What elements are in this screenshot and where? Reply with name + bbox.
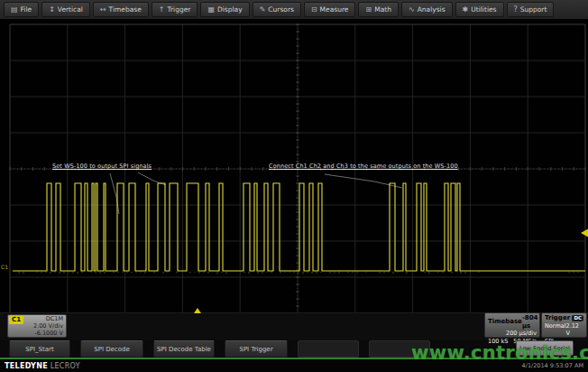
menu-item-label: Display: [217, 5, 243, 14]
trigger-mode: Normal: [545, 322, 566, 338]
empty-button-slot-1: [298, 340, 359, 358]
c1-ground-marker[interactable]: C1: [1, 264, 8, 270]
trigger-position-marker[interactable]: [194, 308, 201, 313]
menu-item-measure[interactable]: ⊟ Measure: [304, 2, 356, 17]
menu-item-display[interactable]: ▦ Display: [200, 2, 249, 17]
menu-item-label: Trigger: [168, 5, 191, 14]
empty-button-slot-2: [369, 340, 430, 358]
channel-coupling: DC1M: [33, 315, 63, 322]
c1-trace: [13, 183, 585, 271]
menu-item-trigger[interactable]: ↑ Trigger: [152, 2, 198, 17]
brand-logo: TELEDYNE LECROY: [5, 362, 80, 370]
menu-item-label: Utilities: [471, 5, 496, 14]
menu-item-label: Timebase: [109, 5, 142, 14]
timebase-tdiv: 200 µs/div: [488, 330, 537, 338]
calipers-icon: ⊟: [311, 6, 317, 14]
timebase-title: Timebase: [488, 318, 522, 326]
menu-item-label: File: [21, 5, 32, 14]
trigger-title: Trigger: [545, 314, 570, 322]
menu-item-utilities[interactable]: ✱ Utilities: [455, 2, 504, 17]
spi-trigger-button[interactable]: SPI Trigger: [225, 340, 288, 358]
menu-item-math[interactable]: ⊞ Math: [358, 2, 398, 17]
waveform-display[interactable]: Set WS-100 to output SPI signals Connect…: [0, 20, 588, 312]
trigger-descriptor[interactable]: Trigger DC Normal 2.12 V SPI: [541, 312, 587, 338]
spi-start-button[interactable]: SPI_Start: [9, 340, 70, 358]
status-bar: TELEDYNE LECROY 4/1/2014 9:53:07 AM: [0, 359, 588, 372]
help-icon: ?: [514, 6, 518, 14]
menu-item-label: Measure: [320, 5, 349, 14]
annotation-note-1: Set WS-100 to output SPI signals: [52, 163, 152, 170]
menu-item-label: Analysis: [418, 5, 446, 14]
menu-item-label: Cursors: [268, 5, 294, 14]
clock: 4/1/2014 9:53:07 AM: [522, 362, 583, 369]
annotation-note-2: Connect Ch1 Ch2 and Ch3 to the same outp…: [269, 163, 458, 170]
vertical-arrows-icon: ↕: [49, 6, 55, 14]
menu-item-vertical[interactable]: ↕ Vertical: [41, 2, 90, 17]
trigger-arrow-icon: ↑: [159, 6, 165, 14]
menu-bar: ▤ File ↕ Vertical ↔ Timebase ↑ Trigger ▦…: [0, 0, 588, 20]
display-icon: ▦: [207, 6, 215, 14]
menu-item-label: Math: [374, 5, 391, 14]
timebase-samples: 100 kS: [488, 338, 508, 346]
trigger-level-marker[interactable]: [581, 229, 588, 237]
menu-item-cursors[interactable]: ✎ Cursors: [253, 2, 301, 17]
menu-item-support[interactable]: ? Support: [507, 2, 555, 17]
cursor-pencil-icon: ✎: [260, 6, 266, 14]
chart-icon: ∿: [409, 6, 415, 14]
trigger-coupling-badge: DC: [572, 315, 583, 321]
trigger-level: 2.12 V: [566, 322, 583, 338]
channel-c1-badge: C1: [9, 316, 23, 324]
channel-offset: -6.1000 V: [33, 330, 63, 337]
low-speed-serial-button[interactable]: Low Speed Serial: [516, 340, 574, 356]
menu-item-analysis[interactable]: ∿ Analysis: [401, 2, 453, 17]
oscilloscope-screen: ▤ File ↕ Vertical ↔ Timebase ↑ Trigger ▦…: [0, 0, 588, 372]
channel-vdiv: 2.00 V/div: [33, 322, 63, 330]
horizontal-arrows-icon: ↔: [100, 6, 106, 14]
timebase-descriptor[interactable]: Timebase -804 µs 200 µs/div 100 kS 50 MS…: [484, 312, 540, 338]
spi-decode-table-button[interactable]: SPI Decode Table: [153, 340, 215, 358]
spi-decode-button[interactable]: SPI Decode: [80, 340, 143, 358]
channel-c1-descriptor[interactable]: C1 DC1M 2.00 V/div -6.1000 V: [7, 314, 67, 338]
file-icon: ▤: [11, 6, 18, 14]
menu-item-timebase[interactable]: ↔ Timebase: [93, 2, 149, 17]
menu-item-file[interactable]: ▤ File: [4, 2, 39, 17]
annotation-leader-line-2: [325, 174, 402, 188]
brand-secondary: LECROY: [51, 362, 80, 370]
menu-item-label: Vertical: [58, 5, 83, 14]
brand-primary: TELEDYNE: [5, 362, 48, 370]
calculator-icon: ⊞: [365, 6, 372, 14]
wrench-icon: ✱: [463, 6, 469, 14]
channel-c1-info: DC1M 2.00 V/div -6.1000 V: [33, 315, 63, 337]
trace-noise: [19, 272, 578, 274]
timebase-delay: -804 µs: [522, 314, 538, 330]
menu-item-label: Support: [520, 5, 547, 14]
